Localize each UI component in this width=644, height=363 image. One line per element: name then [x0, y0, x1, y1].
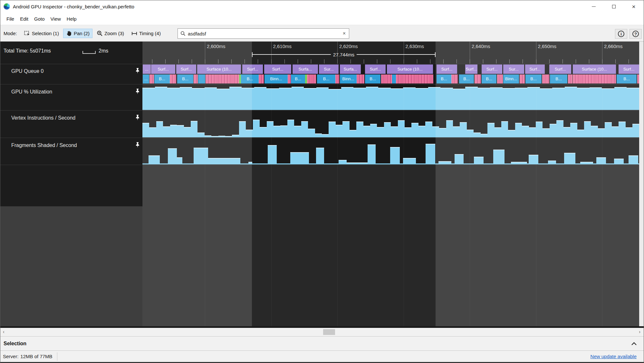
minimize-button[interactable]: [584, 0, 604, 13]
panel-divider: [0, 84, 142, 84]
unselected-region-right: [436, 42, 639, 328]
menu-item-help[interactable]: Help: [64, 15, 80, 23]
menu-item-goto[interactable]: Goto: [31, 15, 48, 23]
gpu-queue-surface-slice[interactable]: Surf...: [365, 64, 386, 74]
measure-duration-label: 27.744ms: [331, 52, 357, 57]
pan-mode-button[interactable]: Pan (2): [63, 29, 92, 38]
fragments-bar: [403, 158, 416, 164]
gpu-utilization-chart-step: [254, 87, 267, 110]
trace-bottom-edge: [0, 326, 644, 328]
ruler-tick-label: 2,610ms: [273, 44, 292, 49]
chevron-up-icon[interactable]: [631, 342, 637, 345]
vertex-instructions-chart-step: [267, 121, 274, 137]
pin-icon[interactable]: [135, 142, 140, 149]
gpu-queue-binning-slice[interactable]: B...: [317, 74, 335, 83]
gpu-queue-pink-slice[interactable]: [335, 74, 339, 83]
track-divider: [142, 138, 639, 138]
scrollbar-thumb[interactable]: [323, 329, 335, 335]
gpu-queue-binning-slice[interactable]: Binn...: [264, 74, 288, 83]
gpu-queue-surface-slice[interactable]: Surface (10...: [387, 64, 433, 74]
fragments-bar: [426, 144, 435, 164]
gpu-queue-pink-slice[interactable]: [381, 74, 392, 83]
vertex-instructions-chart-step: [350, 130, 356, 137]
maximize-icon: [612, 5, 616, 8]
mode-button-label: Selection (1): [32, 31, 59, 36]
gpu-queue-surface-slice[interactable]: Sur...: [319, 64, 339, 74]
vertex-instructions-chart-step: [384, 122, 391, 137]
zoom-mode-button[interactable]: Zoom (3): [94, 29, 127, 38]
track-divider: [142, 110, 639, 111]
minimize-icon: [592, 6, 596, 7]
time-scale-label: 2ms: [99, 48, 108, 54]
ruler-minor-tick: [377, 59, 377, 64]
track-label-vertex-instructions-second: Vertex Instructions / Second: [11, 115, 75, 121]
horizontal-scrollbar[interactable]: ‹ ›: [0, 328, 644, 336]
gpu-queue-pink-slice[interactable]: [307, 74, 316, 83]
scroll-right-arrow-icon[interactable]: ›: [639, 329, 640, 334]
gpu-queue-surface-slice[interactable]: Surf...: [264, 64, 291, 74]
menu-item-file[interactable]: File: [4, 15, 17, 23]
vertex-instructions-chart-step: [391, 126, 398, 137]
total-time-label: Total Time: 5s071ms: [4, 48, 51, 54]
gpu-queue-binning-slice[interactable]: Binn...: [340, 74, 357, 83]
app-window: Android GPU Inspector - chonky_bender_vu…: [0, 0, 644, 363]
close-icon: ×: [632, 4, 635, 10]
search-input[interactable]: [188, 31, 342, 36]
selection-mode-button[interactable]: Selection (1): [21, 29, 62, 38]
ruler-tick-label: 2,620ms: [339, 44, 358, 49]
gpu-queue-surface-slice[interactable]: Surfa...: [293, 64, 318, 74]
help-button[interactable]: ?: [630, 29, 642, 39]
selection-panel-title: Selection: [4, 341, 26, 347]
timeline-canvas[interactable]: 2,600ms2,610ms2,620ms2,630ms2,640ms2,650…: [142, 42, 639, 328]
pin-icon[interactable]: [135, 114, 140, 122]
menu-item-edit[interactable]: Edit: [17, 15, 31, 23]
timeline-gridline: [271, 42, 272, 328]
panel-divider: [0, 64, 142, 64]
info-button[interactable]: i: [615, 29, 627, 39]
ruler-minor-tick: [404, 59, 404, 64]
vertex-instructions-chart-step: [274, 126, 280, 137]
timeline-gridline: [337, 42, 338, 328]
measure-line: [357, 54, 435, 55]
search-clear-icon[interactable]: ×: [342, 31, 346, 36]
vertex-instructions-chart-step: [356, 122, 363, 137]
measure-line: [253, 54, 331, 55]
time-measurement: 27.744ms: [252, 52, 436, 57]
search-box[interactable]: ×: [178, 28, 349, 39]
menu-item-view[interactable]: View: [48, 15, 64, 23]
panel-divider: [0, 110, 142, 111]
track-label-fragments-shaded-second: Fragments Shaded / Second: [11, 142, 77, 148]
gpu-queue-binning-slice[interactable]: B...: [365, 74, 380, 83]
toolbar: Mode: Selection (1)Pan (2)Zoom (3)Timing…: [0, 25, 644, 42]
ruler-minor-tick: [284, 59, 285, 64]
ruler-minor-tick: [390, 59, 390, 64]
gpu-queue-pink-slice[interactable]: [259, 74, 264, 83]
update-link[interactable]: New update available: [591, 354, 637, 359]
selection-panel-header[interactable]: Selection: [0, 336, 644, 350]
vertex-instructions-chart-step: [418, 126, 425, 137]
close-button[interactable]: ×: [624, 0, 644, 13]
ruler-minor-tick: [337, 59, 338, 64]
scroll-left-arrow-icon[interactable]: ‹: [3, 329, 5, 334]
fragments-bar: [339, 160, 347, 164]
ruler-tick-label: 2,630ms: [406, 44, 424, 49]
gpu-queue-pink-slice[interactable]: [396, 74, 433, 83]
vertex-instructions-chart-step: [411, 123, 418, 137]
gpu-utilization-chart-step: [292, 87, 304, 110]
gpu-queue-binning-slice[interactable]: [392, 74, 396, 83]
vertex-instructions-chart-step: [329, 122, 335, 137]
mode-button-label: Pan (2): [74, 31, 90, 36]
gpu-queue-pink-slice[interactable]: [357, 74, 364, 83]
gpu-queue-binning-slice[interactable]: B...: [291, 74, 305, 83]
gpu-queue-surface-slice[interactable]: Surfa...: [340, 64, 361, 74]
timing-mode-button[interactable]: Timing (4): [128, 29, 164, 38]
gpu-queue-pink-slice[interactable]: [288, 74, 291, 83]
vertex-instructions-chart-step: [342, 121, 349, 137]
pin-icon[interactable]: [135, 88, 140, 95]
pin-icon[interactable]: [135, 68, 140, 75]
track-divider: [142, 84, 639, 84]
vertical-scrollbar[interactable]: [639, 42, 644, 328]
gpu-utilization-chart-step: [378, 88, 391, 110]
server-label: Server:: [3, 354, 18, 359]
maximize-button[interactable]: [604, 0, 624, 13]
